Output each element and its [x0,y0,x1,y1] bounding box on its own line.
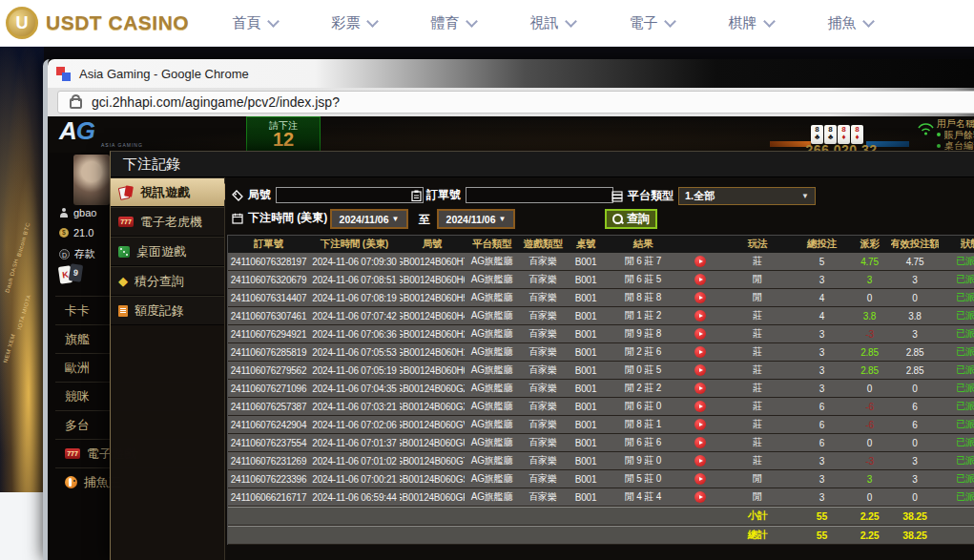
replay-button[interactable] [694,401,706,412]
play-cell: 閒 [719,488,796,506]
account-label-row: 用戶名稱 [937,118,974,130]
play-cell: 莊 [719,452,796,469]
platform-select[interactable]: 1.全部 ▼ [678,187,816,205]
replay-button[interactable] [694,473,706,485]
asia-gaming-favicon-icon [56,67,71,81]
round-cell: GB00124B060H1 [400,343,465,361]
replay-button[interactable] [694,364,706,376]
lock-icon[interactable] [70,98,82,109]
round-label: 局號 [248,187,271,203]
playing-card: 8♣ [824,125,837,144]
time-cell: 2024-11-06 07:07:42 [309,307,400,324]
dealer-avatar [73,155,110,205]
result-cell: 閒 1 莊 2 [605,307,681,324]
modal-menu-item-label: 積分查詢 [135,273,184,290]
nav-item-捕魚[interactable]: 捕魚 [800,14,900,32]
replay-button[interactable] [694,491,706,503]
summary-cell [309,527,400,544]
background-white-corner [0,492,44,560]
table-row: 2411060762858192024-11-06 07:05:53GB0012… [228,343,974,362]
deposit-label: 存款 [74,247,95,261]
ag-logo-g: G [76,116,94,145]
date-from-picker[interactable]: 2024/11/06 ▼ [330,209,408,229]
payout-cell: -3 [848,325,891,342]
nav-item-棋牌[interactable]: 棋牌 [701,14,800,32]
order-cell: 241106076223396 [228,470,309,487]
replay-button[interactable] [694,437,706,448]
order-cell: 241106076328197 [228,253,309,270]
replay-button[interactable] [694,455,706,467]
platform-list-icon [611,191,623,202]
round-cell: GB00124B060H6 [400,271,465,288]
total-bet-cell: 3 [796,325,848,342]
platform-cell: AG旗艦廳 [465,452,519,469]
round-cell: GB00124B060GV [400,416,465,433]
modal-menu-item-桌面遊戲[interactable]: 桌面遊戲 [111,237,224,266]
time-cell: 2024-11-06 07:03:21 [309,398,400,415]
modal-menu-item-額度記錄[interactable]: 額度記錄 [111,296,224,325]
deposit-icon: D [59,249,70,259]
deposit-row[interactable]: D 存款 [59,247,95,261]
nav-item-體育[interactable]: 體育 [404,14,503,32]
address-bar[interactable]: gci.2hhapi.com/agingame/pcv2/index.jsp? [57,91,974,114]
replay-button[interactable] [694,419,706,430]
platform-cell: AG旗艦廳 [465,470,519,487]
status-cell: 已派彩 [939,488,974,506]
nav-item-首頁[interactable]: 首頁 [205,14,304,32]
nav-item-視訊[interactable]: 視訊 [503,14,602,32]
modal-menu-item-視訊遊戲[interactable]: 視訊遊戲 [111,177,224,207]
replay-button[interactable] [694,274,706,285]
status-cell: 已派彩 [939,380,974,397]
chevron-down-icon [664,15,676,28]
column-header: 結果 [605,236,681,253]
diamond-icon [118,275,128,287]
modal-menu-item-電子老虎機[interactable]: 777電子老虎機 [111,207,224,237]
ag-logo-subtitle: ASIA GAMING [101,142,143,148]
bet-time-filter: 下注時間 (美東) [232,210,327,226]
person-icon [59,208,69,218]
play-cell: 莊 [719,307,796,324]
replay-button[interactable] [694,346,706,358]
nav-item-彩票[interactable]: 彩票 [304,14,404,32]
modal-menu-item-積分查詢[interactable]: 積分查詢 [111,266,224,296]
chevron-down-icon [763,15,776,28]
payout-cell: -6 [848,416,891,433]
order-input[interactable] [466,187,613,203]
time-cell: 2024-11-06 07:08:51 [309,271,400,288]
status-cell: 已派彩 [939,253,974,270]
window-title: Asia Gaming - Google Chrome [79,67,249,81]
date-caret-icon: ▼ [499,215,507,223]
replay-button[interactable] [694,310,706,321]
replay-button[interactable] [694,292,706,303]
nav-item-電子[interactable]: 電子 [602,14,701,32]
summary-cell: 小計 [719,508,796,525]
ag-header: AG ASIA GAMING 請下注 12 8♣8♣8♦8♦ 266,020.3… [48,116,974,153]
search-button-label: 查詢 [627,211,650,227]
date-to-picker[interactable]: 2024/11/06 ▼ [437,209,515,229]
replay-button[interactable] [694,328,706,340]
account-label-row: 桌台編號 [937,140,974,152]
account-info: 用戶名稱賬戶餘額桌台編號 [937,118,974,152]
table-row: 2411060762429042024-11-06 07:02:06GB0012… [228,416,974,434]
chrome-url-bar: gci.2hhapi.com/agingame/pcv2/index.jsp? [48,88,974,116]
status-cell: 已派彩 [939,434,974,451]
search-button[interactable]: 查詢 [605,209,657,229]
replay-button[interactable] [694,256,706,267]
chrome-title-bar[interactable]: Asia Gaming - Google Chrome [48,59,974,88]
valid-bet-cell: 0 [891,289,939,306]
game-cell: 百家樂 [519,343,567,361]
table-no-cell: B001 [567,470,605,487]
game-cell: 百家樂 [519,452,567,469]
total-bet-cell: 3 [796,343,848,361]
modal-title: 下注記錄 [111,152,974,177]
replay-cell [681,343,719,361]
result-cell: 閒 9 莊 8 [605,325,681,342]
valid-bet-cell: 3 [891,452,939,469]
round-input[interactable] [276,187,424,203]
replay-button[interactable] [694,383,706,394]
game-cell: 百家樂 [519,271,567,288]
table-no-cell: B001 [567,380,605,397]
main-nav: 首頁彩票體育視訊電子棋牌捕魚 [205,14,900,32]
background-word: Dash DASH [4,258,19,293]
status-cell: 已派彩 [939,362,974,379]
